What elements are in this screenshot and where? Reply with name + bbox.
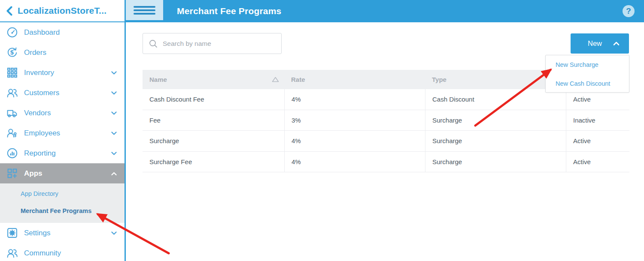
cell-type: Surcharge [425,110,566,131]
column-header-type[interactable]: Type [425,76,566,83]
sidebar-item-label: Customers [24,89,111,97]
cell-type: Cash Discount [425,89,566,110]
chevron-down-icon [111,109,117,117]
cell-type: Surcharge [425,152,566,172]
column-header-rate[interactable]: Rate [284,76,425,83]
cell-rate: 3% [284,110,425,131]
community-icon [6,247,18,259]
table-row[interactable]: Surcharge Fee 4% Surcharge Active [143,152,629,173]
cell-status: Active [566,152,629,172]
sidebar-item-label: Reporting [24,149,111,158]
cell-name: Fee [143,110,284,131]
cell-name: Surcharge [143,131,284,151]
svg-text:$: $ [10,49,14,56]
cell-status: Active [566,131,629,151]
store-name: LocalizationStoreT... [18,6,106,16]
sidebar-item-community[interactable]: Community [0,243,125,261]
search-icon [149,39,158,48]
employees-icon [6,127,18,139]
cell-rate: 4% [284,89,425,110]
cell-status: Inactive [566,110,629,131]
chevron-up-icon [111,170,117,177]
sidebar-item-reporting[interactable]: Reporting [0,143,125,163]
sidebar-item-settings[interactable]: Settings [0,223,125,243]
table-row[interactable]: Surcharge 4% Surcharge Active [143,131,629,152]
sidebar-item-label: Employees [24,129,111,138]
cell-name: Surcharge Fee [143,152,284,172]
search-input[interactable] [163,40,270,48]
inventory-icon [6,67,18,79]
chevron-down-icon [111,89,117,97]
sidebar-item-customers[interactable]: Customers [0,83,125,103]
search-box [143,33,282,54]
main-content: New New Surcharge New Cash Discount Name… [126,22,644,261]
cell-name: Cash Discount Fee [143,89,284,110]
chevron-down-icon [111,150,117,157]
reporting-icon [6,147,18,159]
app-window: LocalizationStoreT... Dashboard $ Orders… [0,0,644,261]
apps-submenu: App Directory Merchant Fee Programs [0,183,125,223]
sidebar-subitem-merchant-fee-programs[interactable]: Merchant Fee Programs [0,202,125,219]
sidebar-item-orders[interactable]: $ Orders [0,42,125,63]
sidebar-item-label: Settings [24,229,111,237]
settings-icon [6,227,18,239]
hamburger-menu-button[interactable] [126,0,163,20]
sub-item-label: App Directory [21,190,58,197]
sidebar-item-label: Dashboard [24,28,118,37]
back-chevron-icon[interactable] [6,6,12,16]
sidebar-item-dashboard[interactable]: Dashboard [0,22,125,42]
apps-icon [6,168,18,180]
help-icon[interactable]: ? [623,5,635,17]
sidebar: LocalizationStoreT... Dashboard $ Orders… [0,0,126,261]
dashboard-icon [6,27,18,39]
column-header-name[interactable]: Name [143,76,284,83]
menu-item-new-surcharge[interactable]: New Surcharge [546,55,629,74]
cell-rate: 4% [284,131,425,151]
sidebar-item-inventory[interactable]: Inventory [0,63,125,83]
sidebar-item-label: Community [24,249,118,258]
chevron-down-icon [111,229,117,237]
chevron-up-icon [613,42,620,46]
sub-item-label: Merchant Fee Programs [21,207,91,214]
sidebar-item-label: Vendors [24,109,111,117]
sidebar-item-vendors[interactable]: Vendors [0,103,125,123]
new-dropdown-menu: New Surcharge New Cash Discount [545,55,629,93]
sidebar-item-label: Orders [24,48,118,57]
top-header: Merchant Fee Programs ? [126,0,644,22]
sidebar-item-employees[interactable]: Employees [0,123,125,143]
vendors-icon [6,107,18,119]
menu-item-new-cash-discount[interactable]: New Cash Discount [546,74,629,93]
store-switcher[interactable]: LocalizationStoreT... [0,0,125,22]
cell-rate: 4% [284,152,425,172]
sidebar-item-label: Inventory [24,69,111,77]
table-row[interactable]: Fee 3% Surcharge Inactive [143,110,629,131]
hamburger-icon [134,6,155,8]
sidebar-subitem-app-directory[interactable]: App Directory [0,185,125,202]
sort-ascending-icon[interactable] [272,77,279,82]
orders-icon: $ [6,47,18,59]
new-button-label: New [588,39,602,48]
chevron-down-icon [111,129,117,137]
new-button[interactable]: New [571,33,629,54]
chevron-down-icon [111,69,117,77]
page-title: Merchant Fee Programs [177,0,281,22]
sidebar-item-label: Apps [24,169,111,178]
sidebar-item-apps[interactable]: Apps [0,163,125,183]
cell-type: Surcharge [425,131,566,151]
customers-icon [6,87,18,99]
